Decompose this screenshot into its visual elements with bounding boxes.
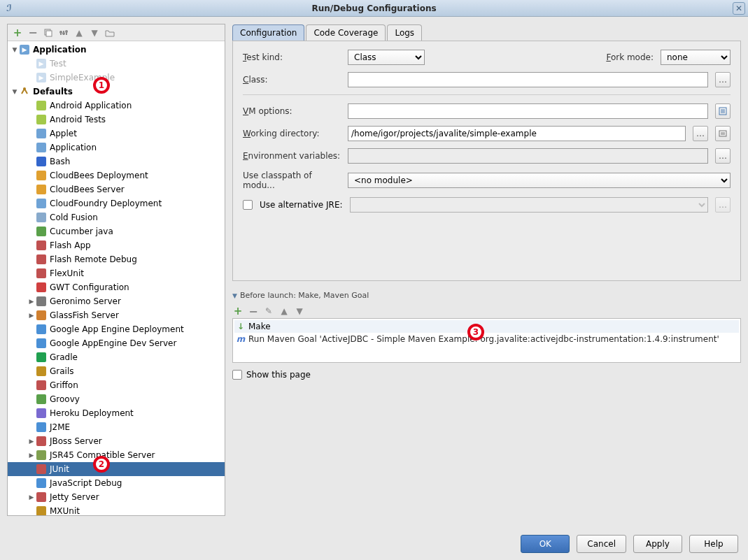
tree-item-heroku-deployment[interactable]: Heroku Deployment [8, 406, 225, 420]
cucumber-icon [36, 226, 47, 237]
tree-item-mxunit[interactable]: MXUnit [8, 504, 225, 515]
before-launch-header[interactable]: ▼ Before launch: Make, Maven Goal [232, 291, 741, 300]
move-down-button[interactable]: ▼ [89, 27, 100, 38]
tree-group-defaults[interactable]: ▼ Defaults [8, 85, 225, 99]
close-button[interactable]: ✕ [733, 2, 745, 15]
task-up-button[interactable]: ▲ [278, 306, 290, 317]
tree-item-android-application[interactable]: Android Application [8, 99, 225, 113]
tree-item-junit[interactable]: JUnit [8, 462, 225, 476]
alt-jre-select [350, 197, 708, 213]
vm-options-input[interactable] [348, 103, 708, 119]
jetty-icon [36, 491, 47, 503]
tab-logs[interactable]: Logs [387, 24, 422, 41]
tree-item-google-app-engine-deployment[interactable]: Google App Engine Deployment [8, 322, 225, 336]
grails-icon [36, 366, 47, 377]
classpath-module-select[interactable]: <no module> [348, 173, 731, 188]
tree-item-simpleexample[interactable]: ▶ SimpleExample [8, 71, 225, 85]
tree-item-flash-remote-debug[interactable]: Flash Remote Debug [8, 252, 225, 266]
fork-mode-select[interactable]: none [661, 50, 731, 65]
flexunit-icon [36, 268, 47, 279]
tree-item-glassfish-server[interactable]: ▶GlassFish Server [8, 308, 225, 322]
remove-task-button[interactable]: − [248, 306, 259, 317]
before-launch-item[interactable]: m Run Maven Goal 'ActiveJDBC - Simple Ma… [234, 333, 739, 345]
tree-item-grails[interactable]: Grails [8, 364, 225, 378]
tree-item-application[interactable]: Application [8, 141, 225, 155]
dialog-buttons: OK Cancel Apply Help [521, 535, 738, 553]
tree-item-cloudbees-deployment[interactable]: CloudBees Deployment [8, 168, 225, 182]
tree-item-test[interactable]: ▶ Test [8, 57, 225, 71]
expand-vm-button[interactable] [715, 103, 731, 119]
tree-item-google-appengine-dev-server[interactable]: Google AppEngine Dev Server [8, 336, 225, 350]
bash-icon [36, 156, 47, 167]
jsdebug-icon [36, 478, 47, 489]
task-down-button[interactable]: ▼ [294, 306, 305, 317]
tree-item-cloudfoundry-deployment[interactable]: CloudFoundry Deployment [8, 196, 225, 210]
tree-item-jsr45-compatible-server[interactable]: ▶JSR45 Compatible Server [8, 448, 225, 462]
before-launch-toolbar: + − ✎ ▲ ▼ [232, 304, 741, 318]
alt-jre-checkbox[interactable] [243, 200, 253, 210]
tree-group-application[interactable]: ▼ ▶ Application [8, 43, 225, 57]
task-label: Run Maven Goal 'ActiveJDBC - Simple Mave… [248, 334, 719, 344]
before-launch-list[interactable]: ↓ Make m Run Maven Goal 'ActiveJDBC - Si… [232, 318, 741, 363]
alt-jre-label: Use alternative JRE: [260, 200, 343, 210]
edit-env-button[interactable]: … [715, 148, 731, 164]
task-label: Make [248, 322, 271, 331]
env-vars-input[interactable] [348, 148, 708, 164]
tree-item-j2me[interactable]: J2ME [8, 420, 225, 434]
folder-button[interactable] [104, 27, 115, 38]
add-task-button[interactable]: + [232, 306, 244, 317]
expand-icon: ▶ [27, 494, 36, 501]
copy-config-button[interactable] [43, 27, 54, 38]
add-config-button[interactable]: + [12, 27, 23, 38]
cloudbees-icon [36, 184, 47, 195]
test-kind-select[interactable]: Class [348, 50, 425, 65]
tree-item-gwt-configuration[interactable]: GWT Configuration [8, 280, 225, 294]
tab-code-coverage[interactable]: Code Coverage [306, 24, 386, 41]
tree-item-applet[interactable]: Applet [8, 127, 225, 141]
tree-item-android-tests[interactable]: Android Tests [8, 113, 225, 127]
config-detail-panel: Configuration Code Coverage Logs Test ki… [232, 24, 741, 516]
window-title: Run/Debug Configurations [15, 3, 733, 13]
tree-item-javascript-debug[interactable]: JavaScript Debug [8, 476, 225, 490]
working-dir-input[interactable] [348, 126, 686, 141]
mxunit-icon [36, 505, 47, 515]
tree-item-cloudbees-server[interactable]: CloudBees Server [8, 182, 225, 196]
config-tree[interactable]: ▼ ▶ Application ▶ Test ▶ SimpleExample ▼… [8, 41, 225, 515]
tab-configuration[interactable]: Configuration [232, 24, 304, 41]
class-input[interactable] [348, 72, 708, 87]
heroku-icon [36, 408, 47, 419]
browse-jre-button: … [715, 197, 731, 213]
remove-config-button[interactable]: − [27, 27, 38, 38]
tree-item-groovy[interactable]: Groovy [8, 392, 225, 406]
ok-button[interactable]: OK [521, 535, 570, 553]
cancel-button[interactable]: Cancel [577, 535, 626, 553]
tree-item-jetty-server[interactable]: ▶Jetty Server [8, 490, 225, 504]
junit-icon [36, 464, 47, 475]
tree-item-flexunit[interactable]: FlexUnit [8, 266, 225, 280]
edit-task-button[interactable]: ✎ [263, 306, 274, 317]
settings-button[interactable] [58, 27, 69, 38]
expand-icon: ▼ [10, 88, 19, 95]
tree-item-flash-app[interactable]: Flash App [8, 238, 225, 252]
tree-item-bash[interactable]: Bash [8, 155, 225, 168]
config-icon: ▶ [36, 58, 47, 69]
before-launch-item[interactable]: ↓ Make [234, 320, 739, 333]
tree-item-griffon[interactable]: Griffon [8, 378, 225, 392]
help-button[interactable]: Help [689, 535, 738, 553]
show-page-checkbox[interactable] [232, 370, 242, 380]
groovy-icon [36, 394, 47, 405]
tree-item-jboss-server[interactable]: ▶JBoss Server [8, 434, 225, 448]
tree-item-cucumber-java[interactable]: Cucumber java [8, 224, 225, 238]
browse-class-button[interactable]: … [715, 72, 731, 87]
svg-rect-1 [46, 31, 52, 36]
browse-dir-button[interactable]: … [693, 126, 708, 141]
tree-item-geronimo-server[interactable]: ▶Geronimo Server [8, 294, 225, 308]
apply-button[interactable]: Apply [633, 535, 682, 553]
tree-item-gradle[interactable]: Gradle [8, 350, 225, 364]
macro-button[interactable] [715, 126, 731, 141]
show-page-label: Show this page [246, 370, 311, 380]
move-up-button[interactable]: ▲ [73, 27, 85, 38]
tree-item-cold-fusion[interactable]: Cold Fusion [8, 210, 225, 224]
vm-options-label: VM options: [243, 106, 341, 116]
test-kind-label: Test kind: [243, 52, 341, 62]
